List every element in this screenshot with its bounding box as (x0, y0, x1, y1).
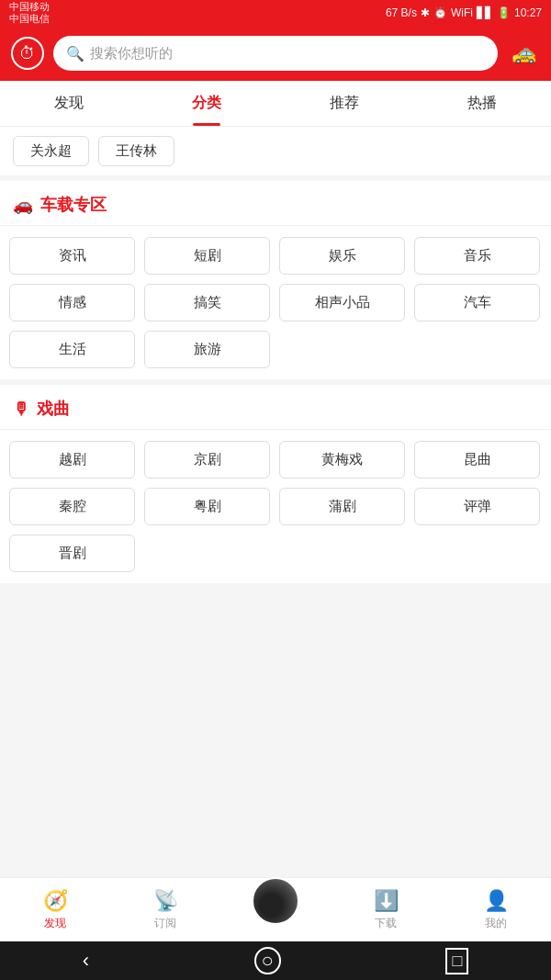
tag-yueju2[interactable]: 粤剧 (144, 488, 270, 525)
person-chip[interactable]: 王传林 (98, 136, 174, 166)
mine-icon: 👤 (484, 889, 509, 913)
android-nav-bar: ‹ ○ □ (0, 941, 551, 980)
subscribe-icon: 📡 (153, 889, 178, 913)
search-placeholder: 搜索你想听的 (90, 45, 173, 62)
bottom-nav-subscribe[interactable]: 📡 订阅 (110, 889, 220, 931)
status-bar: 中国移动 中国电信 67 B/s ✱ ⏰ WiFi ▋▋ 🔋 10:27 (0, 0, 551, 26)
tag-crosstalk[interactable]: 相声小品 (279, 284, 405, 321)
car-icon: 🚕 (512, 41, 536, 65)
carrier1: 中国移动 (9, 1, 50, 13)
download-label: 下载 (375, 916, 397, 931)
section-title-label: 戏曲 (37, 398, 70, 420)
opera-tags-grid: 越剧 京剧 黄梅戏 昆曲 秦腔 粤剧 蒲剧 评弹 晋剧 (0, 430, 551, 583)
tag-music[interactable]: 音乐 (414, 237, 540, 275)
mine-label: 我的 (485, 916, 507, 931)
tag-travel[interactable]: 旅游 (144, 331, 270, 368)
network-speed: 67 B/s (386, 6, 417, 19)
person-chip[interactable]: 关永超 (13, 136, 89, 166)
nav-tabs: 发现 分类 推荐 热播 (0, 81, 551, 127)
discover-label: 发现 (44, 916, 66, 931)
clock-icon: ⏱ (19, 44, 36, 63)
section-opera: 🎙 戏曲 越剧 京剧 黄梅戏 昆曲 秦腔 粤剧 蒲剧 评弹 晋剧 (0, 385, 551, 583)
player-avatar (252, 877, 299, 925)
car-mode-button[interactable]: 🚕 (507, 37, 540, 70)
tab-category[interactable]: 分类 (138, 81, 276, 126)
bottom-nav-player[interactable] (220, 877, 331, 925)
section-car: 🚗 车载专区 资讯 短剧 娱乐 音乐 情感 搞笑 相声小品 汽车 生活 旅游 (0, 181, 551, 379)
car-section-icon: 🚗 (13, 195, 33, 215)
tag-car[interactable]: 汽车 (414, 284, 540, 321)
tag-news[interactable]: 资讯 (9, 237, 135, 275)
carrier2: 中国电信 (9, 13, 50, 25)
clock-icon: ⏰ (433, 6, 447, 19)
carrier-info: 中国移动 中国电信 (9, 1, 50, 25)
tab-hot[interactable]: 热播 (413, 81, 551, 126)
tab-recommend[interactable]: 推荐 (276, 81, 413, 126)
bluetooth-icon: ✱ (421, 6, 430, 19)
tag-life[interactable]: 生活 (9, 331, 135, 368)
persons-row: 关永超 王传林 (0, 127, 551, 181)
tag-yueju[interactable]: 越剧 (9, 441, 135, 479)
back-button[interactable]: ‹ (83, 949, 89, 973)
tag-comedy[interactable]: 搞笑 (144, 284, 270, 321)
section-title-label: 车载专区 (40, 194, 107, 216)
tag-puju[interactable]: 蒲剧 (279, 488, 405, 525)
tag-huangmei[interactable]: 黄梅戏 (279, 441, 405, 479)
section-title-opera: 🎙 戏曲 (0, 385, 551, 430)
discover-icon: 🧭 (43, 889, 68, 913)
bottom-nav-discover[interactable]: 🧭 发现 (0, 889, 110, 931)
tag-short-drama[interactable]: 短剧 (144, 237, 270, 275)
time: 10:27 (514, 6, 542, 19)
tag-jinju[interactable]: 晋剧 (9, 535, 135, 572)
home-button[interactable]: ○ (254, 947, 281, 974)
bottom-nav: 🧭 发现 📡 订阅 ⬇️ 下载 👤 我的 (0, 877, 551, 941)
car-tags-grid: 资讯 短剧 娱乐 音乐 情感 搞笑 相声小品 汽车 生活 旅游 (0, 226, 551, 379)
battery-icon: 🔋 (497, 6, 511, 19)
section-title-car: 🚗 车载专区 (0, 181, 551, 226)
search-bar[interactable]: 🔍 搜索你想听的 (53, 36, 498, 71)
tag-qinqiang[interactable]: 秦腔 (9, 488, 135, 525)
content-area: 关永超 王传林 🚗 车载专区 资讯 短剧 娱乐 音乐 情感 搞笑 相声小品 汽车… (0, 127, 551, 877)
tab-discover[interactable]: 发现 (0, 81, 138, 126)
header: ⏱ 🔍 搜索你想听的 🚕 (0, 26, 551, 81)
tag-entertainment[interactable]: 娱乐 (279, 237, 405, 275)
tag-kunqu[interactable]: 昆曲 (414, 441, 540, 479)
search-icon: 🔍 (66, 45, 84, 62)
recent-button[interactable]: □ (445, 948, 468, 974)
download-icon: ⬇️ (374, 889, 399, 913)
wifi-icon: WiFi (451, 6, 473, 19)
tag-emotion[interactable]: 情感 (9, 284, 135, 321)
subscribe-label: 订阅 (154, 916, 176, 931)
clock-button[interactable]: ⏱ (11, 37, 44, 70)
tag-jingju[interactable]: 京剧 (144, 441, 270, 479)
bottom-nav-mine[interactable]: 👤 我的 (441, 889, 551, 931)
bottom-nav-download[interactable]: ⬇️ 下载 (331, 889, 441, 931)
tag-pingtan[interactable]: 评弹 (414, 488, 540, 525)
status-right: 67 B/s ✱ ⏰ WiFi ▋▋ 🔋 10:27 (386, 6, 542, 19)
opera-section-icon: 🎙 (13, 400, 29, 419)
signal-icon: ▋▋ (477, 6, 493, 19)
